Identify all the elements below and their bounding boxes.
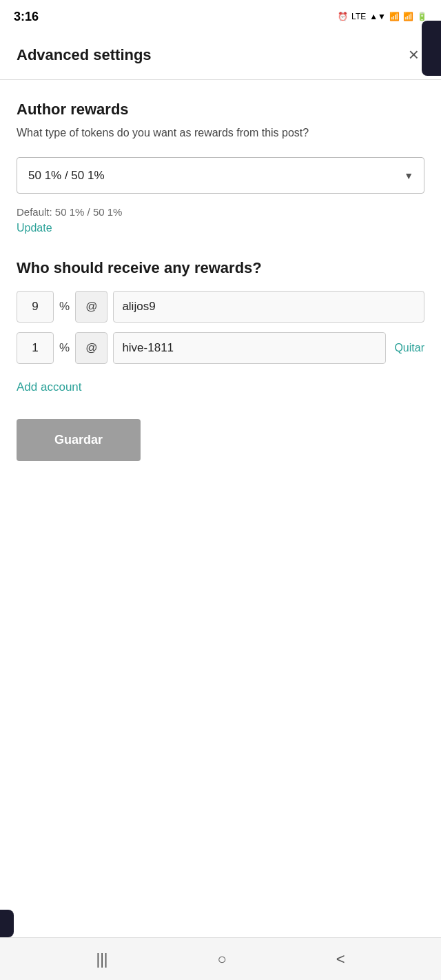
username-input-1[interactable] xyxy=(113,291,424,323)
status-time: 3:16 xyxy=(14,10,39,24)
page-title: Advanced settings xyxy=(17,46,152,64)
percent-input-1[interactable] xyxy=(17,291,54,323)
at-label-2: @ xyxy=(75,332,107,364)
save-button-container: Guardar xyxy=(17,419,424,461)
username-input-2[interactable] xyxy=(113,332,386,364)
reward-row-1: % @ xyxy=(17,291,424,323)
signal-bars2-icon: 📶 xyxy=(403,12,413,21)
reward-type-dropdown-container: 50 1% / 50 1% 100% Power Up Decline Payo… xyxy=(17,157,424,194)
bottom-nav: ||| ○ < xyxy=(0,937,441,980)
nav-back-button[interactable]: < xyxy=(322,945,359,974)
page-header: Advanced settings × xyxy=(0,30,441,80)
percent-label-1: % xyxy=(59,300,70,314)
status-icons: ⏰ LTE ▲▼ 📶 📶 🔋 xyxy=(338,12,427,21)
signal-icon: ▲▼ xyxy=(369,12,386,21)
battery-icon: 🔋 xyxy=(417,12,427,21)
nav-home-button[interactable]: ○ xyxy=(203,945,240,974)
percent-label-2: % xyxy=(59,341,70,355)
corner-accent-top xyxy=(422,21,441,76)
nav-menu-button[interactable]: ||| xyxy=(82,945,121,974)
remove-row-2-button[interactable]: Quitar xyxy=(394,342,424,354)
save-button[interactable]: Guardar xyxy=(17,419,141,461)
who-rewards-title: Who should receive any rewards? xyxy=(17,259,424,277)
corner-accent-bottom xyxy=(0,910,14,937)
reward-type-select[interactable]: 50 1% / 50 1% 100% Power Up Decline Payo… xyxy=(17,157,424,194)
lte-icon: LTE xyxy=(351,12,366,21)
alarm-icon: ⏰ xyxy=(338,12,348,21)
at-label-1: @ xyxy=(75,291,107,323)
reward-row-2: % @ Quitar xyxy=(17,332,424,364)
status-bar: 3:16 ⏰ LTE ▲▼ 📶 📶 🔋 xyxy=(0,0,441,30)
percent-input-2[interactable] xyxy=(17,332,54,364)
author-rewards-title: Author rewards xyxy=(17,101,424,119)
author-rewards-description: What type of tokens do you want as rewar… xyxy=(17,125,424,141)
default-value-text: Default: 50 1% / 50 1% xyxy=(17,206,424,218)
main-content: Author rewards What type of tokens do yo… xyxy=(0,80,441,489)
signal-bars-icon: 📶 xyxy=(389,12,400,21)
add-account-link[interactable]: Add account xyxy=(17,380,82,394)
update-link[interactable]: Update xyxy=(17,222,52,234)
